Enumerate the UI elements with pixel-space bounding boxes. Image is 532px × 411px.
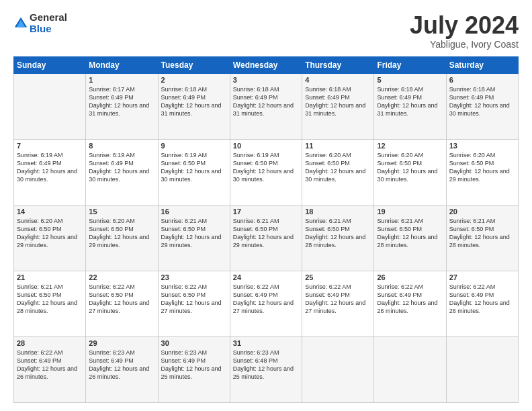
day-info: Sunrise: 6:21 AM Sunset: 6:50 PM Dayligh… (449, 217, 515, 250)
day-info: Sunrise: 6:19 AM Sunset: 6:50 PM Dayligh… (161, 151, 227, 184)
day-number: 10 (233, 142, 299, 150)
day-info: Sunrise: 6:19 AM Sunset: 6:49 PM Dayligh… (17, 151, 83, 184)
calendar-cell: 11Sunrise: 6:20 AM Sunset: 6:50 PM Dayli… (302, 139, 374, 205)
day-info: Sunrise: 6:20 AM Sunset: 6:50 PM Dayligh… (305, 151, 371, 184)
day-info: Sunrise: 6:20 AM Sunset: 6:50 PM Dayligh… (449, 151, 515, 184)
day-number: 7 (17, 142, 83, 150)
day-number: 4 (305, 76, 371, 84)
day-info: Sunrise: 6:22 AM Sunset: 6:49 PM Dayligh… (17, 349, 83, 381)
calendar-cell: 23Sunrise: 6:22 AM Sunset: 6:50 PM Dayli… (158, 271, 230, 336)
day-info: Sunrise: 6:18 AM Sunset: 6:49 PM Dayligh… (449, 85, 515, 118)
day-info: Sunrise: 6:20 AM Sunset: 6:50 PM Dayligh… (377, 151, 443, 184)
title-block: July 2024 Yabligue, Ivory Coast (410, 12, 519, 50)
day-number: 22 (89, 273, 154, 281)
calendar-cell (374, 336, 446, 402)
calendar-week-1: 1Sunrise: 6:17 AM Sunset: 6:49 PM Daylig… (14, 73, 519, 139)
calendar-cell (446, 336, 518, 402)
calendar-cell: 15Sunrise: 6:20 AM Sunset: 6:50 PM Dayli… (86, 205, 158, 271)
day-info: Sunrise: 6:18 AM Sunset: 6:49 PM Dayligh… (161, 85, 227, 118)
day-info: Sunrise: 6:19 AM Sunset: 6:50 PM Dayligh… (233, 151, 299, 184)
calendar-header-row: SundayMondayTuesdayWednesdayThursdayFrid… (14, 56, 519, 73)
calendar-week-2: 7Sunrise: 6:19 AM Sunset: 6:49 PM Daylig… (14, 139, 519, 205)
logo-icon (13, 16, 28, 31)
calendar-cell: 4Sunrise: 6:18 AM Sunset: 6:49 PM Daylig… (302, 73, 374, 139)
day-number: 6 (449, 76, 515, 84)
day-number: 25 (305, 273, 371, 281)
day-number: 1 (89, 76, 154, 84)
day-number: 2 (161, 76, 227, 84)
calendar-cell: 24Sunrise: 6:22 AM Sunset: 6:49 PM Dayli… (230, 271, 302, 336)
day-info: Sunrise: 6:22 AM Sunset: 6:49 PM Dayligh… (233, 283, 299, 316)
day-info: Sunrise: 6:21 AM Sunset: 6:50 PM Dayligh… (377, 217, 443, 250)
header: General Blue July 2024 Yabligue, Ivory C… (13, 12, 519, 50)
day-number: 21 (17, 273, 83, 281)
calendar-week-4: 21Sunrise: 6:21 AM Sunset: 6:50 PM Dayli… (14, 271, 519, 336)
day-info: Sunrise: 6:22 AM Sunset: 6:49 PM Dayligh… (305, 283, 371, 316)
calendar-header-monday: Monday (86, 56, 158, 73)
calendar-cell: 8Sunrise: 6:19 AM Sunset: 6:49 PM Daylig… (86, 139, 158, 205)
day-info: Sunrise: 6:22 AM Sunset: 6:49 PM Dayligh… (449, 283, 515, 316)
day-number: 3 (233, 76, 299, 84)
day-info: Sunrise: 6:20 AM Sunset: 6:50 PM Dayligh… (89, 217, 154, 250)
day-info: Sunrise: 6:23 AM Sunset: 6:49 PM Dayligh… (89, 349, 154, 381)
day-info: Sunrise: 6:23 AM Sunset: 6:49 PM Dayligh… (161, 349, 227, 381)
calendar-cell: 25Sunrise: 6:22 AM Sunset: 6:49 PM Dayli… (302, 271, 374, 336)
day-number: 28 (17, 339, 83, 347)
calendar-cell: 17Sunrise: 6:21 AM Sunset: 6:50 PM Dayli… (230, 205, 302, 271)
calendar-header-saturday: Saturday (446, 56, 518, 73)
calendar-cell: 2Sunrise: 6:18 AM Sunset: 6:49 PM Daylig… (158, 73, 230, 139)
calendar-cell: 20Sunrise: 6:21 AM Sunset: 6:50 PM Dayli… (446, 205, 518, 271)
day-number: 20 (449, 208, 515, 216)
calendar-header-friday: Friday (374, 56, 446, 73)
calendar-cell: 22Sunrise: 6:22 AM Sunset: 6:50 PM Dayli… (86, 271, 158, 336)
day-info: Sunrise: 6:20 AM Sunset: 6:50 PM Dayligh… (17, 217, 83, 250)
day-info: Sunrise: 6:18 AM Sunset: 6:49 PM Dayligh… (233, 85, 299, 118)
calendar-cell: 26Sunrise: 6:22 AM Sunset: 6:49 PM Dayli… (374, 271, 446, 336)
calendar-cell: 3Sunrise: 6:18 AM Sunset: 6:49 PM Daylig… (230, 73, 302, 139)
day-info: Sunrise: 6:18 AM Sunset: 6:49 PM Dayligh… (305, 85, 371, 118)
day-number: 12 (377, 142, 443, 150)
day-info: Sunrise: 6:21 AM Sunset: 6:50 PM Dayligh… (17, 283, 83, 316)
day-number: 24 (233, 273, 299, 281)
day-info: Sunrise: 6:21 AM Sunset: 6:50 PM Dayligh… (161, 217, 227, 250)
day-number: 8 (89, 142, 154, 150)
calendar-cell: 31Sunrise: 6:23 AM Sunset: 6:48 PM Dayli… (230, 336, 302, 402)
day-number: 26 (377, 273, 443, 281)
calendar-cell: 21Sunrise: 6:21 AM Sunset: 6:50 PM Dayli… (14, 271, 86, 336)
day-info: Sunrise: 6:22 AM Sunset: 6:50 PM Dayligh… (89, 283, 154, 316)
calendar-cell: 13Sunrise: 6:20 AM Sunset: 6:50 PM Dayli… (446, 139, 518, 205)
day-number: 30 (161, 339, 227, 347)
calendar-cell: 5Sunrise: 6:18 AM Sunset: 6:49 PM Daylig… (374, 73, 446, 139)
page: General Blue July 2024 Yabligue, Ivory C… (0, 0, 532, 411)
calendar-cell (14, 73, 86, 139)
calendar-cell (302, 336, 374, 402)
month-title: July 2024 (410, 12, 519, 39)
day-number: 9 (161, 142, 227, 150)
calendar-cell: 12Sunrise: 6:20 AM Sunset: 6:50 PM Dayli… (374, 139, 446, 205)
day-number: 29 (89, 339, 154, 347)
calendar-cell: 14Sunrise: 6:20 AM Sunset: 6:50 PM Dayli… (14, 205, 86, 271)
calendar-cell: 10Sunrise: 6:19 AM Sunset: 6:50 PM Dayli… (230, 139, 302, 205)
calendar-cell: 7Sunrise: 6:19 AM Sunset: 6:49 PM Daylig… (14, 139, 86, 205)
calendar-week-5: 28Sunrise: 6:22 AM Sunset: 6:49 PM Dayli… (14, 336, 519, 402)
day-number: 5 (377, 76, 443, 84)
calendar-week-3: 14Sunrise: 6:20 AM Sunset: 6:50 PM Dayli… (14, 205, 519, 271)
calendar-header-thursday: Thursday (302, 56, 374, 73)
calendar-cell: 1Sunrise: 6:17 AM Sunset: 6:49 PM Daylig… (86, 73, 158, 139)
day-number: 18 (305, 208, 371, 216)
day-info: Sunrise: 6:22 AM Sunset: 6:50 PM Dayligh… (161, 283, 227, 316)
day-info: Sunrise: 6:21 AM Sunset: 6:50 PM Dayligh… (305, 217, 371, 250)
location: Yabligue, Ivory Coast (410, 39, 519, 50)
day-number: 11 (305, 142, 371, 150)
day-info: Sunrise: 6:22 AM Sunset: 6:49 PM Dayligh… (377, 283, 443, 316)
calendar-cell: 6Sunrise: 6:18 AM Sunset: 6:49 PM Daylig… (446, 73, 518, 139)
day-number: 16 (161, 208, 227, 216)
day-info: Sunrise: 6:18 AM Sunset: 6:49 PM Dayligh… (377, 85, 443, 118)
calendar-cell: 30Sunrise: 6:23 AM Sunset: 6:49 PM Dayli… (158, 336, 230, 402)
day-number: 15 (89, 208, 154, 216)
logo-general-text: General (30, 11, 67, 23)
calendar-cell: 29Sunrise: 6:23 AM Sunset: 6:49 PM Dayli… (86, 336, 158, 402)
calendar-cell: 28Sunrise: 6:22 AM Sunset: 6:49 PM Dayli… (14, 336, 86, 402)
calendar-cell: 27Sunrise: 6:22 AM Sunset: 6:49 PM Dayli… (446, 271, 518, 336)
logo-text: General Blue (30, 12, 67, 34)
